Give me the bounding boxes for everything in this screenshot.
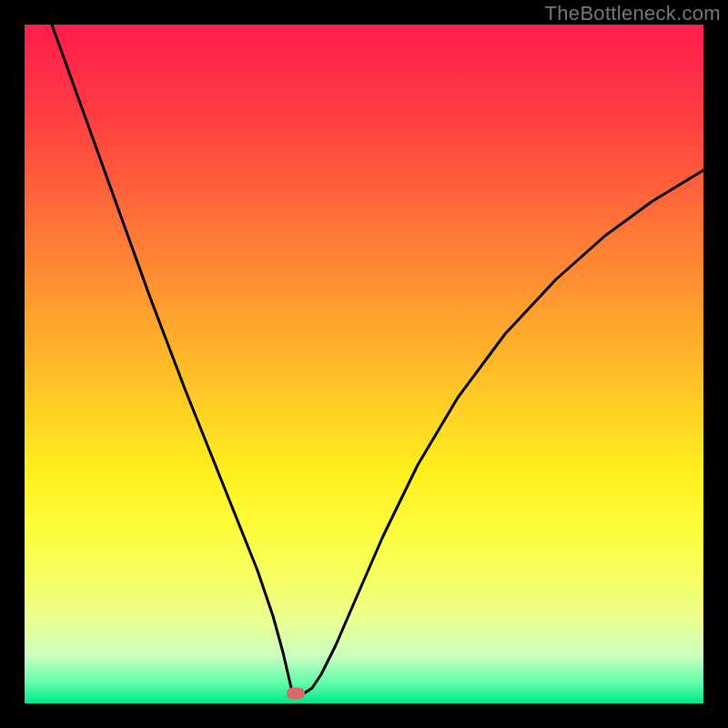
optimum-marker [287,688,305,700]
watermark-text: TheBottleneck.com [545,2,721,25]
bottleneck-curve [25,25,703,703]
plot-area [25,25,703,703]
chart-frame: TheBottleneck.com [0,0,728,728]
